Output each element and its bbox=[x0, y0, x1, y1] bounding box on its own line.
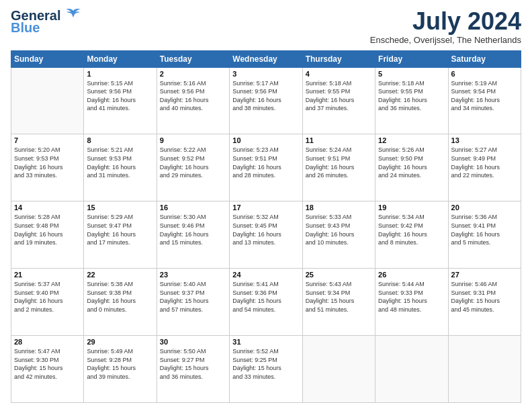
day-number: 7 bbox=[14, 136, 81, 144]
calendar-cell: 1Sunrise: 5:15 AM Sunset: 9:56 PM Daylig… bbox=[84, 67, 157, 134]
calendar-cell bbox=[302, 336, 375, 403]
cell-details: Sunrise: 5:27 AM Sunset: 9:49 PM Dayligh… bbox=[451, 146, 518, 179]
day-number: 26 bbox=[378, 271, 445, 279]
cell-details: Sunrise: 5:23 AM Sunset: 9:51 PM Dayligh… bbox=[232, 146, 299, 179]
day-number: 11 bbox=[306, 136, 372, 144]
weekday-header: Tuesday bbox=[157, 50, 229, 67]
calendar-week-row: 7Sunrise: 5:20 AM Sunset: 9:53 PM Daylig… bbox=[11, 134, 521, 201]
calendar-week-row: 1Sunrise: 5:15 AM Sunset: 9:56 PM Daylig… bbox=[11, 67, 521, 134]
cell-details: Sunrise: 5:47 AM Sunset: 9:30 PM Dayligh… bbox=[14, 347, 81, 381]
logo: General Blue bbox=[11, 8, 81, 34]
cell-details: Sunrise: 5:24 AM Sunset: 9:51 PM Dayligh… bbox=[306, 146, 372, 179]
calendar-table: SundayMondayTuesdayWednesdayThursdayFrid… bbox=[11, 50, 521, 403]
calendar-cell: 4Sunrise: 5:18 AM Sunset: 9:55 PM Daylig… bbox=[302, 67, 375, 134]
cell-details: Sunrise: 5:50 AM Sunset: 9:27 PM Dayligh… bbox=[160, 347, 226, 381]
logo-bird-icon bbox=[66, 8, 81, 22]
cell-details: Sunrise: 5:30 AM Sunset: 9:46 PM Dayligh… bbox=[160, 213, 226, 246]
cell-details: Sunrise: 5:21 AM Sunset: 9:53 PM Dayligh… bbox=[87, 146, 153, 179]
weekday-header: Wednesday bbox=[230, 50, 302, 67]
day-number: 15 bbox=[87, 203, 153, 212]
calendar-cell: 7Sunrise: 5:20 AM Sunset: 9:53 PM Daylig… bbox=[11, 134, 84, 201]
cell-details: Sunrise: 5:40 AM Sunset: 9:37 PM Dayligh… bbox=[160, 280, 226, 314]
title-block: July 2024 Enschede, Overijssel, The Neth… bbox=[370, 8, 521, 45]
day-number: 14 bbox=[14, 203, 81, 212]
calendar-cell: 18Sunrise: 5:33 AM Sunset: 9:43 PM Dayli… bbox=[302, 201, 375, 269]
cell-details: Sunrise: 5:32 AM Sunset: 9:45 PM Dayligh… bbox=[232, 213, 299, 246]
weekday-header: Friday bbox=[375, 50, 448, 67]
day-number: 23 bbox=[160, 271, 226, 279]
calendar-cell: 22Sunrise: 5:38 AM Sunset: 9:38 PM Dayli… bbox=[84, 269, 157, 336]
calendar-cell: 21Sunrise: 5:37 AM Sunset: 9:40 PM Dayli… bbox=[11, 269, 84, 336]
weekday-header: Sunday bbox=[11, 50, 84, 67]
cell-details: Sunrise: 5:36 AM Sunset: 9:41 PM Dayligh… bbox=[451, 213, 518, 246]
calendar-cell: 20Sunrise: 5:36 AM Sunset: 9:41 PM Dayli… bbox=[448, 201, 521, 269]
calendar-week-row: 14Sunrise: 5:28 AM Sunset: 9:48 PM Dayli… bbox=[11, 201, 521, 269]
day-number: 20 bbox=[451, 203, 518, 212]
cell-details: Sunrise: 5:20 AM Sunset: 9:53 PM Dayligh… bbox=[14, 146, 81, 179]
day-number: 3 bbox=[232, 70, 299, 78]
cell-details: Sunrise: 5:16 AM Sunset: 9:56 PM Dayligh… bbox=[160, 79, 226, 113]
calendar-cell: 26Sunrise: 5:44 AM Sunset: 9:33 PM Dayli… bbox=[375, 269, 448, 336]
day-number: 29 bbox=[87, 338, 153, 346]
day-number: 21 bbox=[14, 271, 81, 279]
cell-details: Sunrise: 5:15 AM Sunset: 9:56 PM Dayligh… bbox=[87, 79, 153, 113]
cell-details: Sunrise: 5:19 AM Sunset: 9:54 PM Dayligh… bbox=[451, 79, 518, 113]
calendar-cell: 11Sunrise: 5:24 AM Sunset: 9:51 PM Dayli… bbox=[302, 134, 375, 201]
cell-details: Sunrise: 5:41 AM Sunset: 9:36 PM Dayligh… bbox=[232, 280, 299, 314]
cell-details: Sunrise: 5:37 AM Sunset: 9:40 PM Dayligh… bbox=[14, 280, 81, 314]
day-number: 30 bbox=[160, 338, 226, 346]
calendar-cell: 13Sunrise: 5:27 AM Sunset: 9:49 PM Dayli… bbox=[448, 134, 521, 201]
calendar-cell: 19Sunrise: 5:34 AM Sunset: 9:42 PM Dayli… bbox=[375, 201, 448, 269]
calendar-cell: 24Sunrise: 5:41 AM Sunset: 9:36 PM Dayli… bbox=[230, 269, 302, 336]
day-number: 9 bbox=[160, 136, 226, 144]
header: General Blue July 2024 Enschede, Overijs… bbox=[11, 8, 521, 45]
day-number: 22 bbox=[87, 271, 153, 279]
calendar-cell: 12Sunrise: 5:26 AM Sunset: 9:50 PM Dayli… bbox=[375, 134, 448, 201]
cell-details: Sunrise: 5:18 AM Sunset: 9:55 PM Dayligh… bbox=[306, 79, 372, 113]
calendar-cell: 6Sunrise: 5:19 AM Sunset: 9:54 PM Daylig… bbox=[448, 67, 521, 134]
cell-details: Sunrise: 5:22 AM Sunset: 9:52 PM Dayligh… bbox=[160, 146, 226, 179]
day-number: 27 bbox=[451, 271, 518, 279]
day-number: 19 bbox=[378, 203, 445, 212]
calendar-cell: 8Sunrise: 5:21 AM Sunset: 9:53 PM Daylig… bbox=[84, 134, 157, 201]
calendar-cell bbox=[11, 67, 84, 134]
day-number: 2 bbox=[160, 70, 226, 78]
calendar-cell: 31Sunrise: 5:52 AM Sunset: 9:25 PM Dayli… bbox=[230, 336, 302, 403]
calendar-cell bbox=[448, 336, 521, 403]
day-number: 17 bbox=[232, 203, 299, 212]
calendar-page: General Blue July 2024 Enschede, Overijs… bbox=[0, 0, 532, 411]
calendar-cell: 14Sunrise: 5:28 AM Sunset: 9:48 PM Dayli… bbox=[11, 201, 84, 269]
cell-details: Sunrise: 5:26 AM Sunset: 9:50 PM Dayligh… bbox=[378, 146, 445, 179]
weekday-header: Thursday bbox=[302, 50, 375, 67]
calendar-cell: 2Sunrise: 5:16 AM Sunset: 9:56 PM Daylig… bbox=[157, 67, 229, 134]
day-number: 16 bbox=[160, 203, 226, 212]
cell-details: Sunrise: 5:33 AM Sunset: 9:43 PM Dayligh… bbox=[306, 213, 372, 246]
day-number: 31 bbox=[232, 338, 299, 346]
calendar-cell bbox=[375, 336, 448, 403]
cell-details: Sunrise: 5:28 AM Sunset: 9:48 PM Dayligh… bbox=[14, 213, 81, 246]
cell-details: Sunrise: 5:49 AM Sunset: 9:28 PM Dayligh… bbox=[87, 347, 153, 381]
calendar-cell: 3Sunrise: 5:17 AM Sunset: 9:56 PM Daylig… bbox=[230, 67, 302, 134]
calendar-cell: 30Sunrise: 5:50 AM Sunset: 9:27 PM Dayli… bbox=[157, 336, 229, 403]
calendar-cell: 28Sunrise: 5:47 AM Sunset: 9:30 PM Dayli… bbox=[11, 336, 84, 403]
calendar-cell: 9Sunrise: 5:22 AM Sunset: 9:52 PM Daylig… bbox=[157, 134, 229, 201]
cell-details: Sunrise: 5:29 AM Sunset: 9:47 PM Dayligh… bbox=[87, 213, 153, 246]
calendar-cell: 5Sunrise: 5:18 AM Sunset: 9:55 PM Daylig… bbox=[375, 67, 448, 134]
cell-details: Sunrise: 5:34 AM Sunset: 9:42 PM Dayligh… bbox=[378, 213, 445, 246]
day-number: 4 bbox=[306, 70, 372, 78]
weekday-header: Monday bbox=[84, 50, 157, 67]
day-number: 8 bbox=[87, 136, 153, 144]
cell-details: Sunrise: 5:46 AM Sunset: 9:31 PM Dayligh… bbox=[451, 280, 518, 314]
day-number: 28 bbox=[14, 338, 81, 346]
cell-details: Sunrise: 5:43 AM Sunset: 9:34 PM Dayligh… bbox=[306, 280, 372, 314]
calendar-header-row: SundayMondayTuesdayWednesdayThursdayFrid… bbox=[11, 50, 521, 67]
calendar-cell: 27Sunrise: 5:46 AM Sunset: 9:31 PM Dayli… bbox=[448, 269, 521, 336]
cell-details: Sunrise: 5:52 AM Sunset: 9:25 PM Dayligh… bbox=[232, 347, 299, 381]
month-title: July 2024 bbox=[370, 8, 521, 35]
cell-details: Sunrise: 5:18 AM Sunset: 9:55 PM Dayligh… bbox=[378, 79, 445, 113]
calendar-week-row: 28Sunrise: 5:47 AM Sunset: 9:30 PM Dayli… bbox=[11, 336, 521, 403]
calendar-cell: 23Sunrise: 5:40 AM Sunset: 9:37 PM Dayli… bbox=[157, 269, 229, 336]
cell-details: Sunrise: 5:17 AM Sunset: 9:56 PM Dayligh… bbox=[232, 79, 299, 113]
calendar-cell: 15Sunrise: 5:29 AM Sunset: 9:47 PM Dayli… bbox=[84, 201, 157, 269]
calendar-cell: 29Sunrise: 5:49 AM Sunset: 9:28 PM Dayli… bbox=[84, 336, 157, 403]
